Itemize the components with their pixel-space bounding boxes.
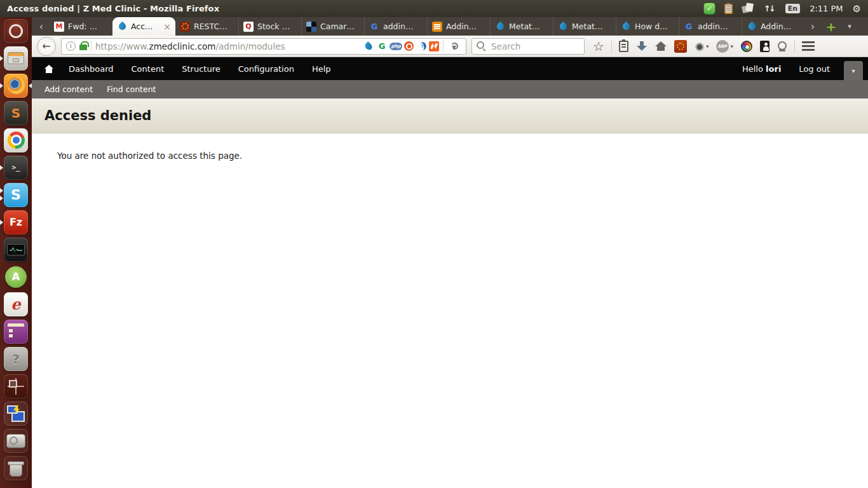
zigzag-icon[interactable] <box>429 41 439 51</box>
hard-disk-icon <box>4 429 28 453</box>
admin-menu-content[interactable]: Content <box>123 64 173 74</box>
browser-tab[interactable]: addin… <box>364 17 427 36</box>
search-bar[interactable] <box>471 38 585 55</box>
logout-link[interactable]: Log out <box>799 64 830 74</box>
page-info-icon[interactable] <box>66 41 76 51</box>
launcher-item-trash[interactable] <box>0 454 32 482</box>
drupal-icon <box>117 22 127 32</box>
browser-tab[interactable]: Addin… <box>742 17 804 36</box>
tab-label: Metat… <box>509 22 548 31</box>
url-text[interactable]: https://www.zmedclinic.com/admin/modules <box>95 41 359 51</box>
drupal-admin-toolbar: DashboardContentStructureConfigurationHe… <box>32 57 868 80</box>
admin-menu-structure[interactable]: Structure <box>173 64 229 74</box>
media-app-icon <box>4 320 28 344</box>
launcher-item-unknown-app[interactable] <box>0 345 32 372</box>
menu-button[interactable] <box>801 41 815 51</box>
page-content: You are not authorized to access this pa… <box>32 133 868 488</box>
drupal-icon[interactable] <box>363 41 374 51</box>
admin-home-button[interactable] <box>38 57 60 80</box>
browser-tab[interactable]: Acc…× <box>112 17 175 36</box>
browser-tab[interactable]: RESTC… <box>175 17 238 36</box>
bookmarks-clipboard-icon <box>619 41 628 52</box>
launcher-item-remote-desktop[interactable] <box>0 400 32 427</box>
browser-tab[interactable]: Fwd: … <box>50 17 112 36</box>
url-scheme: https://www. <box>95 41 149 51</box>
page-title: Access denied <box>44 108 151 123</box>
launcher-item-chrome[interactable] <box>0 126 32 154</box>
launcher-item-hard-disk[interactable] <box>0 427 32 454</box>
adblock-button[interactable]: ▾ <box>715 39 734 53</box>
chevron-down-icon[interactable]: ▾ <box>706 43 709 50</box>
launcher-item-filezilla[interactable] <box>0 208 32 236</box>
launcher-item-skype[interactable] <box>0 181 32 208</box>
ubuntu-icon[interactable] <box>404 41 414 51</box>
admin-menu-dashboard[interactable]: Dashboard <box>60 64 123 74</box>
drupal-icon <box>495 22 505 32</box>
launcher-item-terminal[interactable] <box>0 154 32 181</box>
url-divider <box>443 41 444 51</box>
network-arrows-icon[interactable] <box>764 4 776 13</box>
shortcut-find-content[interactable]: Find content <box>107 85 156 94</box>
session-gear-icon[interactable] <box>853 3 861 15</box>
launcher-item-sublime-text[interactable] <box>0 99 32 126</box>
tray-items: En <box>704 3 800 14</box>
bookmark-star-button[interactable] <box>592 39 605 53</box>
clipboard-icon[interactable] <box>724 4 733 14</box>
search-input[interactable] <box>490 41 580 52</box>
google-green-icon[interactable] <box>376 41 388 51</box>
fly-button[interactable]: ▾ <box>694 41 710 52</box>
person-button[interactable] <box>759 40 770 53</box>
lock-icon[interactable] <box>79 44 87 50</box>
codeigniter-icon[interactable] <box>416 41 427 51</box>
launcher-item-firefox[interactable] <box>0 72 32 99</box>
launcher-item-android-studio[interactable] <box>0 263 32 290</box>
colorzilla-button[interactable] <box>740 40 753 53</box>
home-button[interactable] <box>654 41 667 52</box>
browser-tab[interactable]: Metat… <box>553 17 616 36</box>
launcher-item-media-app[interactable] <box>0 318 32 345</box>
browser-tab[interactable]: Stock … <box>238 17 301 36</box>
restclient-button[interactable] <box>674 39 688 53</box>
admin-menu-help[interactable]: Help <box>303 64 340 74</box>
keyboard-layout[interactable]: En <box>785 4 800 13</box>
skype-status-icon[interactable] <box>704 3 715 14</box>
restclient-icon <box>674 40 687 53</box>
launcher-item-workspace-switcher[interactable] <box>0 372 32 400</box>
clock[interactable]: 2:11 PM <box>810 4 843 13</box>
tab-scroll-left-button[interactable]: ‹ <box>33 17 50 36</box>
download-button[interactable] <box>635 40 648 53</box>
url-bar[interactable]: https://www.zmedclinic.com/admin/modules <box>61 38 466 55</box>
running-indicator <box>0 165 3 170</box>
notes-icon[interactable] <box>742 3 754 14</box>
close-icon[interactable]: × <box>163 22 171 31</box>
chevron-down-icon[interactable]: ▾ <box>730 43 733 50</box>
bookmarks-clipboard-button[interactable] <box>618 40 629 53</box>
reload-button[interactable] <box>447 43 461 50</box>
toolbar-toggle-button[interactable]: ▾ <box>844 61 863 80</box>
lens-button[interactable] <box>776 41 788 52</box>
admin-menu-configuration[interactable]: Configuration <box>229 64 303 74</box>
shortcut-add-content[interactable]: Add content <box>44 85 93 94</box>
launcher-item-evince[interactable] <box>0 290 32 318</box>
list-all-tabs-button[interactable]: ▾ <box>841 17 858 36</box>
browser-tab[interactable]: How d… <box>616 17 679 36</box>
launcher-item-files[interactable] <box>0 44 32 72</box>
launcher-item-system-monitor[interactable] <box>0 236 32 263</box>
workspace-switcher-icon <box>4 374 28 398</box>
tab-label: Camar… <box>320 22 360 31</box>
back-button[interactable]: ← <box>37 37 56 56</box>
browser-tab[interactable]: addin… <box>679 17 742 36</box>
browser-tab[interactable]: Addin… <box>427 17 490 36</box>
browser-tab[interactable]: Camar… <box>301 17 364 36</box>
browser-tab[interactable]: Metat… <box>490 17 553 36</box>
unknown-app-icon <box>4 347 28 371</box>
tab-scroll-right-button[interactable]: › <box>804 17 821 36</box>
reload-icon <box>450 42 458 50</box>
evince-icon <box>4 292 28 316</box>
sublime-text-icon <box>4 101 28 125</box>
google-icon <box>684 22 694 32</box>
chrome-icon <box>4 128 28 152</box>
php-icon[interactable] <box>390 43 402 50</box>
launcher-item-ubuntu-dash[interactable] <box>0 17 32 44</box>
new-tab-button[interactable]: + <box>821 17 841 36</box>
